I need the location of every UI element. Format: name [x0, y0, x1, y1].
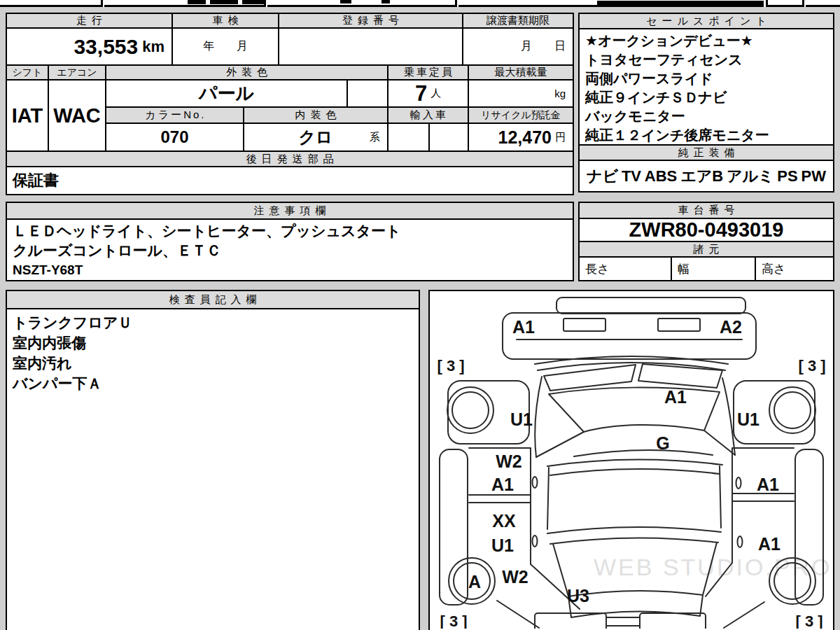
- mark-rear-u3: U3: [567, 586, 589, 606]
- mark-windshield: A1: [664, 387, 687, 407]
- inspector-line: トランクフロアＵ: [13, 312, 132, 332]
- mark-tire-front-right: [ 3 ]: [798, 357, 825, 374]
- cabin-front-band-top: [547, 459, 722, 466]
- notes-line: NSZT-Y68T: [13, 260, 83, 280]
- interior-color-suffix: 系: [370, 131, 380, 144]
- quarter-diag-left-2: [497, 601, 539, 628]
- shaken-header: 車検: [173, 14, 279, 29]
- mark-tire-front-left: [ 3 ]: [437, 357, 464, 374]
- shift-header: シフト: [7, 66, 49, 80]
- capacity-unit: 人: [430, 87, 441, 100]
- wheel-front-left: [447, 387, 493, 433]
- interior-color-value: クロ 系: [244, 124, 388, 152]
- shaken-value: 年 月: [173, 29, 279, 66]
- capacity-value: 7 人: [388, 80, 469, 108]
- spec-length: 長さ: [580, 258, 672, 280]
- inspector-content: トランクフロアＵ 室内内張傷 室内汚れ バンパー下Ａ: [7, 309, 419, 629]
- equipment-item: PW: [802, 167, 826, 186]
- exterior-color-extra: [348, 80, 388, 108]
- mileage-header: 走行: [7, 14, 173, 29]
- mark-rear-wheel-left-a: A: [468, 572, 481, 592]
- auction-sheet: { "colors": {"page_bg":"#cfcfcf","header…: [0, 0, 840, 630]
- cabin-mid-band-top: [547, 527, 721, 533]
- capacity-number: 7: [415, 81, 427, 106]
- exterior-color-header: 外装色: [106, 66, 388, 80]
- wheel-front-right-inner: [774, 392, 811, 428]
- car-diagram: WEB STUDIO.PRO: [430, 291, 833, 629]
- mark-bumper-left: A1: [512, 317, 535, 337]
- inspector-line: 室内汚れ: [13, 353, 72, 373]
- mark-door-rear-left-xx: XX: [492, 511, 516, 531]
- side-rail-right: [795, 449, 823, 605]
- mileage-number: 33,553: [74, 35, 138, 59]
- equipment-item: ABS: [645, 167, 677, 186]
- wheel-front-left-inner: [452, 392, 489, 428]
- quarter-diag-right-2: [724, 602, 764, 628]
- door-handle-rear-left: [533, 536, 538, 547]
- mark-tire-rear-right: [ 3 ]: [795, 612, 822, 629]
- hood-side-left: [535, 377, 542, 457]
- mark-quarter-left-w2: W2: [502, 567, 528, 587]
- import-cell-1: [388, 124, 430, 152]
- transfer-deadline-header: 譲渡書類期限: [463, 14, 573, 29]
- cabin-side-left: [547, 468, 549, 529]
- sales-line: 純正１２インチ後席モニター: [585, 126, 769, 145]
- mark-door-rear-left-u1: U1: [491, 536, 514, 555]
- a-pillar-right: [704, 430, 735, 455]
- aircon-header: エアコン: [49, 66, 106, 80]
- shift-value: IAT: [7, 80, 49, 152]
- inspector-line: 室内内張傷: [13, 332, 86, 353]
- spec-width: 幅: [672, 258, 756, 280]
- dash-arc: [574, 450, 713, 456]
- mileage-value: 33,553km: [7, 29, 173, 66]
- import-header: 輸入車: [388, 108, 469, 124]
- sales-point-panel: セールスポイント ★オークションデビュー★ トヨタセーフティセンス 両側パワース…: [578, 13, 834, 192]
- equipment-list: ナビ TV ABS エアB アルミ PS PW: [580, 161, 833, 191]
- capacity-header: 乗車定員: [388, 66, 469, 80]
- import-cell-2: [430, 124, 469, 152]
- recycle-value: 12,470 円: [469, 124, 573, 152]
- door-handle-front-left: [533, 477, 538, 488]
- max-load-unit: kg: [554, 88, 566, 99]
- notes-line: クルーズコントロール、ＥＴＣ: [13, 241, 221, 260]
- inspector-box: 検査員記入欄 トランクフロアＵ 室内内張傷 室内汚れ バンパー下Ａ: [6, 290, 420, 630]
- front-bumper: [503, 313, 756, 359]
- mark-tire-rear-left: [ 3 ]: [440, 612, 467, 629]
- notes-line: ＬＥＤヘッドライト、シートヒーター、プッシュスタート: [13, 221, 400, 241]
- a-pillar-left: [536, 432, 584, 457]
- door-handle-rear-right: [738, 536, 743, 547]
- color-no-header: カラーNo.: [106, 108, 244, 124]
- wiper-left: [544, 365, 636, 391]
- mark-bumper-right: A2: [720, 317, 742, 337]
- max-load-value: kg: [469, 80, 573, 108]
- mark-cowl: G: [656, 433, 669, 453]
- max-load-header: 最大積載量: [469, 66, 573, 80]
- interior-color-text: クロ: [298, 126, 332, 148]
- notes-header: 注意事項欄: [7, 203, 573, 220]
- front-grille-right: [658, 318, 700, 331]
- notes-content: ＬＥＤヘッドライト、シートヒーター、プッシュスタート クルーズコントロール、ＥＴ…: [7, 220, 573, 280]
- sales-line: 純正９インチＳＤナビ: [585, 88, 727, 107]
- front-grille-left: [564, 318, 606, 331]
- chassis-value: ZWR80-0493019: [580, 219, 833, 242]
- later-parts-header: 後日発送部品: [7, 152, 573, 167]
- hood-band-bottom: [538, 363, 725, 370]
- mark-fender-left: U1: [510, 410, 533, 429]
- interior-color-header: 内装色: [244, 108, 388, 124]
- equipment-item: エアB: [680, 166, 723, 187]
- windshield: [549, 388, 720, 432]
- sales-line: 両側パワースライド: [585, 69, 713, 88]
- equipment-item: ナビ: [587, 166, 618, 187]
- equipment-header: 純正装備: [580, 146, 833, 161]
- equipment-item: PS: [777, 167, 797, 186]
- mileage-unit: km: [142, 38, 164, 56]
- cabin-side-right: [720, 466, 721, 528]
- inspector-header: 検査員記入欄: [7, 291, 419, 309]
- later-parts-value: 保証書: [7, 167, 573, 194]
- transfer-deadline-value: 月 日: [463, 29, 573, 66]
- sales-line: トヨタセーフティセンス: [585, 50, 743, 69]
- sales-point-list: ★オークションデビュー★ トヨタセーフティセンス 両側パワースライド 純正９イン…: [580, 29, 833, 146]
- mark-fender-right: U1: [737, 410, 760, 429]
- shaken-placeholder: 年 月: [203, 39, 248, 54]
- main-info-table: 走行 車検 登録番号 譲渡書類期限 33,553km 年 月 月 日 シフト エ…: [6, 13, 574, 195]
